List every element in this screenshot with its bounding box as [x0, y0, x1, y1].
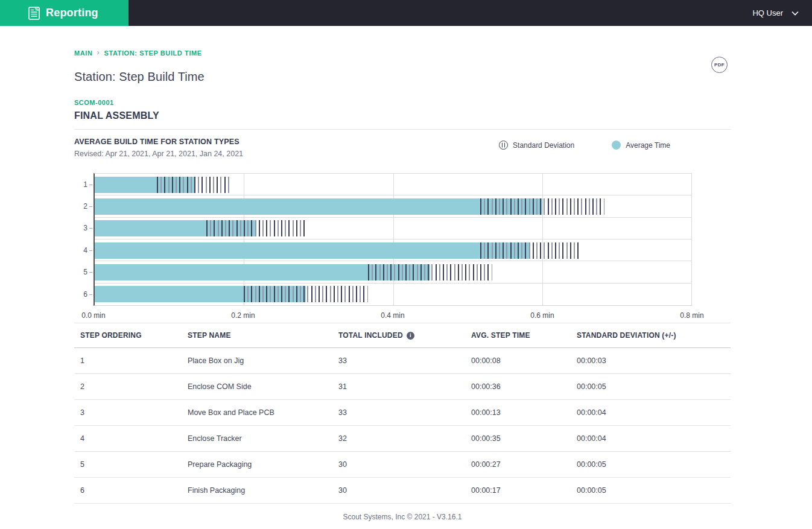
average-time-bar[interactable] — [95, 242, 530, 259]
legend-average-time: Average Time — [612, 141, 670, 150]
table-cell: 00:00:04 — [577, 434, 725, 443]
table-cell: 3 — [80, 408, 188, 417]
chevron-down-icon — [791, 11, 799, 16]
chart-row-step-5: 5 — [95, 261, 691, 283]
chart-title: AVERAGE BUILD TIME FOR STATION TYPES — [74, 138, 243, 146]
y-axis-label: 2 — [79, 202, 87, 211]
chart-row-step-6: 6 — [95, 284, 691, 305]
y-axis-label: 3 — [79, 224, 87, 232]
chart-legend: Standard Deviation Average Time — [499, 138, 731, 150]
footer-version: Scout Systems, Inc © 2021 - V3.16.1 — [74, 504, 731, 529]
standard-deviation-band — [157, 177, 232, 193]
table-cell: 6 — [80, 486, 188, 495]
brand-reporting[interactable]: % Reporting — [0, 0, 128, 26]
legend-label: Average Time — [626, 141, 670, 150]
breadcrumb-main[interactable]: MAIN — [74, 49, 93, 57]
table-cell: 00:00:13 — [471, 408, 577, 417]
user-name: HQ User — [752, 8, 783, 17]
chart-revised-dates: Revised: Apr 21, 2021, Apr 21, 2021, Jan… — [74, 150, 243, 158]
y-axis-label: 5 — [79, 268, 87, 276]
x-axis-label: 0.8 min — [680, 311, 703, 320]
breadcrumb-separator-icon: › — [97, 48, 100, 57]
chart-row-step-2: 2 — [95, 195, 691, 217]
average-time-bar[interactable] — [95, 198, 542, 215]
table-cell: 2 — [80, 382, 188, 391]
chart-row-step-4: 4 — [95, 239, 691, 261]
table-row: 3Move Box and Place PCB3300:00:1300:00:0… — [74, 400, 731, 426]
table-cell: Finish Packaging — [188, 486, 338, 495]
column-header: AVG. STEP TIME — [471, 331, 577, 340]
legend-label: Standard Deviation — [513, 141, 574, 150]
report-content: MAIN › STATION: STEP BUILD TIME PDF Stat… — [74, 26, 731, 529]
column-header: TOTAL INCLUDEDi — [338, 331, 471, 340]
table-cell: 30 — [338, 486, 471, 495]
standard-deviation-band — [206, 220, 306, 236]
standard-deviation-swatch-icon — [499, 141, 508, 150]
column-header-label: STANDARD DEVIATION (+/-) — [577, 331, 676, 340]
table-cell: 00:00:05 — [577, 460, 725, 469]
column-header: STANDARD DEVIATION (+/-) — [577, 331, 725, 340]
table-cell: 4 — [80, 434, 188, 443]
table-cell: 33 — [338, 408, 471, 417]
user-menu[interactable]: HQ User — [752, 0, 812, 26]
column-header-label: TOTAL INCLUDED — [338, 331, 403, 340]
station-name: FINAL ASSEMBLY — [74, 110, 731, 121]
station-code: SCOM-0001 — [74, 99, 731, 106]
chart-plot-area: 123456 — [94, 173, 692, 306]
column-header: STEP NAME — [188, 331, 338, 340]
y-axis-tick — [89, 250, 92, 251]
table-cell: 00:00:36 — [471, 382, 577, 391]
info-icon[interactable]: i — [407, 332, 414, 340]
x-axis-label: 0.2 min — [231, 311, 255, 320]
average-time-swatch-icon — [612, 141, 621, 150]
table-cell: 00:00:05 — [577, 486, 725, 495]
table-row: 5Prepare Packaging3000:00:2700:00:05 — [74, 452, 731, 478]
divider — [74, 129, 731, 130]
table-row: 6Finish Packaging3000:00:1700:00:05 — [74, 478, 731, 504]
table-cell: Enclose COM Side — [188, 382, 338, 391]
build-time-chart: 123456 0.0 min0.2 min0.4 min0.6 min0.8 m… — [74, 173, 731, 322]
table-cell: 31 — [338, 382, 471, 391]
table-cell: 1 — [80, 356, 188, 365]
table-cell: 00:00:17 — [471, 486, 577, 495]
standard-deviation-band — [368, 264, 492, 280]
breadcrumb-current[interactable]: STATION: STEP BUILD TIME — [104, 49, 201, 57]
y-axis-label: 4 — [79, 246, 87, 255]
table-cell: 00:00:35 — [471, 434, 577, 443]
chart-x-axis: 0.0 min0.2 min0.4 min0.6 min0.8 min — [94, 306, 692, 322]
x-axis-label: 0.6 min — [530, 311, 554, 320]
table-cell: 32 — [338, 434, 471, 443]
table-cell: Prepare Packaging — [188, 460, 338, 469]
standard-deviation-band — [480, 242, 580, 259]
y-axis-tick — [89, 272, 92, 273]
column-header-label: STEP NAME — [188, 331, 231, 340]
steps-table: STEP ORDERINGSTEP NAMETOTAL INCLUDEDiAVG… — [74, 323, 731, 504]
table-cell: 33 — [338, 356, 471, 365]
table-header-row: STEP ORDERINGSTEP NAMETOTAL INCLUDEDiAVG… — [74, 323, 731, 348]
table-row: 1Place Box on Jig3300:00:0800:00:03 — [74, 348, 731, 374]
y-axis-label: 6 — [79, 290, 87, 299]
table-cell: 30 — [338, 460, 471, 469]
chart-header: AVERAGE BUILD TIME FOR STATION TYPES Rev… — [74, 138, 731, 158]
table-body: 1Place Box on Jig3300:00:0800:00:032Encl… — [74, 348, 731, 504]
standard-deviation-band — [480, 198, 604, 215]
breadcrumb: MAIN › STATION: STEP BUILD TIME — [74, 26, 731, 57]
column-header: STEP ORDERING — [80, 331, 188, 340]
top-bar: % Reporting HQ User — [0, 0, 812, 26]
chart-row-step-1: 1 — [95, 174, 691, 195]
column-header-label: AVG. STEP TIME — [471, 331, 530, 340]
table-cell: 00:00:05 — [577, 382, 725, 391]
table-cell: 00:00:03 — [577, 356, 725, 365]
table-cell: 00:00:27 — [471, 460, 577, 469]
brand-label: Reporting — [46, 7, 98, 19]
table-cell: Place Box on Jig — [188, 356, 338, 365]
svg-text:%: % — [35, 7, 39, 11]
pdf-export-button[interactable]: PDF — [711, 57, 728, 73]
table-row: 2Enclose COM Side3100:00:3600:00:05 — [74, 374, 731, 400]
table-cell: 00:00:04 — [577, 408, 725, 417]
report-document-icon: % — [28, 7, 40, 20]
table-cell: 00:00:08 — [471, 356, 577, 365]
column-header-label: STEP ORDERING — [80, 331, 142, 340]
chart-row-step-3: 3 — [95, 218, 691, 239]
table-cell: Move Box and Place PCB — [188, 408, 338, 417]
